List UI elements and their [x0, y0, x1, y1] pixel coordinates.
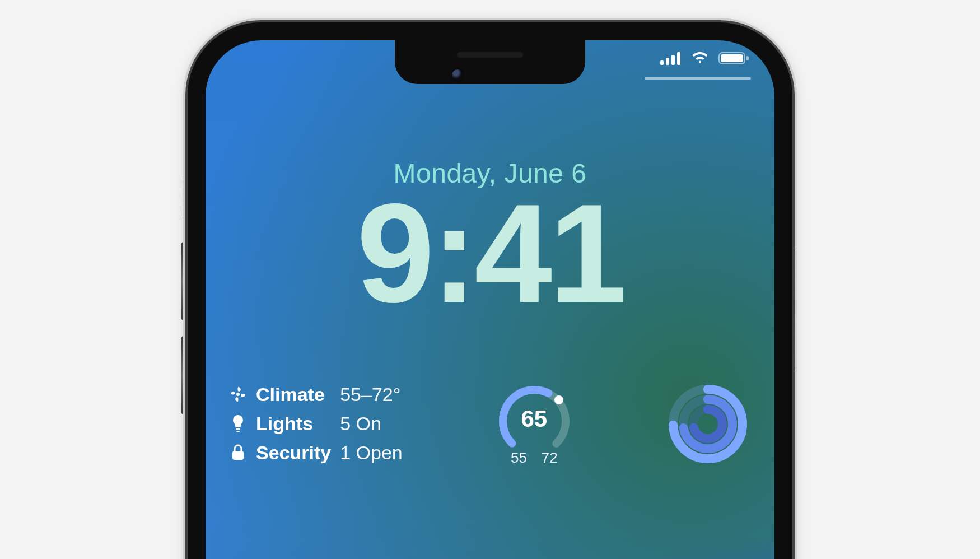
front-camera	[452, 69, 463, 81]
bulb-icon	[230, 415, 246, 432]
svg-rect-10	[232, 451, 244, 460]
home-row-label: Lights	[256, 411, 331, 436]
svg-rect-8	[236, 428, 240, 430]
cellular-signal-icon	[660, 52, 682, 65]
svg-point-7	[236, 393, 240, 396]
status-underline	[645, 77, 751, 80]
gauge-range-high: 72	[542, 449, 558, 467]
side-button	[792, 246, 797, 370]
speaker-grille	[456, 52, 524, 58]
lock-screen[interactable]: Monday, June 6 9:41 Climate 55–72°	[206, 40, 774, 559]
svg-rect-9	[236, 431, 240, 432]
widget-row: Climate 55–72° Lights 5 On	[230, 382, 750, 477]
temperature-gauge-widget[interactable]: 65 55 72	[495, 382, 573, 477]
home-row-value: 1 Open	[340, 440, 403, 465]
gauge-range-low: 55	[511, 449, 527, 467]
home-row-value: 55–72°	[340, 382, 403, 407]
volume-down-button	[181, 336, 187, 414]
gauge-value: 65	[495, 406, 573, 432]
phone-frame: Monday, June 6 9:41 Climate 55–72°	[188, 22, 792, 559]
svg-rect-6	[746, 56, 749, 60]
svg-rect-2	[671, 55, 675, 65]
svg-rect-3	[677, 52, 680, 65]
notch	[395, 40, 585, 84]
home-row-value: 5 On	[340, 411, 403, 436]
home-row-label: Security	[256, 440, 331, 465]
volume-up-button	[181, 242, 187, 320]
activity-rings-widget[interactable]	[666, 382, 750, 466]
lock-icon	[230, 444, 246, 461]
home-summary-widget[interactable]: Climate 55–72° Lights 5 On	[230, 382, 403, 465]
home-row-label: Climate	[256, 382, 331, 407]
gauge-range: 55 72	[495, 449, 573, 467]
fan-icon	[230, 386, 246, 402]
wifi-icon	[690, 52, 710, 65]
svg-rect-0	[660, 60, 664, 65]
lock-screen-clock: 9:41	[206, 180, 774, 328]
svg-rect-1	[666, 58, 669, 65]
svg-point-13	[554, 395, 563, 404]
status-bar	[660, 52, 750, 65]
svg-rect-5	[721, 54, 743, 62]
battery-icon	[718, 52, 750, 65]
